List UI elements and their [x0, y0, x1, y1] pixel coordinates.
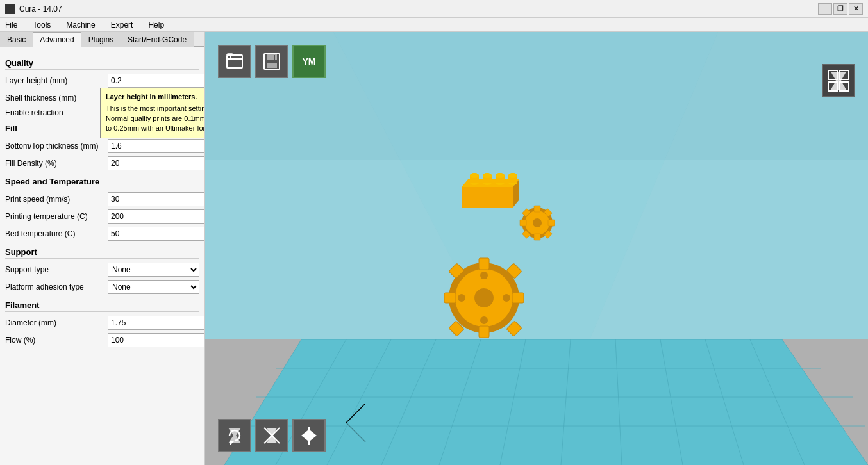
row-flow: Flow (%) [5, 333, 199, 347]
svg-rect-75 [267, 54, 277, 60]
row-diameter: Diameter (mm) [5, 316, 199, 330]
row-bottom-top-thickness: Bottom/Top thickness (mm) [5, 139, 199, 153]
tab-advanced[interactable]: Advanced [33, 32, 81, 47]
close-button[interactable]: ✕ [849, 3, 863, 15]
svg-point-69 [496, 173, 505, 178]
menu-expert[interactable]: Expert [108, 19, 136, 31]
label-enable-retraction: Enable retraction [5, 108, 108, 117]
row-support-type: Support type None Touching buildplate Ev… [5, 263, 199, 277]
tab-plugins[interactable]: Plugins [81, 32, 121, 47]
tab-basic[interactable]: Basic [0, 32, 33, 47]
section-quality-title: Quality [5, 58, 199, 70]
label-layer-height: Layer height (mm) [5, 76, 108, 85]
label-platform-adhesion: Platform adhesion type [5, 282, 108, 291]
svg-rect-31 [444, 293, 456, 303]
rotate-button[interactable] [218, 419, 251, 452]
titlebar: Cura - 14.07 — ❐ ✕ [0, 0, 868, 18]
row-fill-density: Fill Density (%) [5, 156, 199, 170]
svg-point-67 [470, 173, 479, 178]
svg-point-39 [458, 294, 465, 302]
svg-rect-44 [534, 206, 540, 212]
svg-point-68 [483, 173, 492, 178]
row-print-speed: Print speed (mm/s) [5, 192, 199, 206]
minimize-button[interactable]: — [818, 3, 832, 15]
bottom-toolbar [218, 419, 326, 452]
svg-point-40 [503, 294, 510, 302]
titlebar-left: Cura - 14.07 [5, 4, 62, 14]
label-print-speed: Print speed (mm/s) [5, 195, 108, 204]
gear-large [444, 258, 524, 338]
app-icon [5, 4, 15, 14]
svg-point-70 [508, 173, 517, 178]
label-support-type: Support type [5, 265, 108, 274]
input-diameter[interactable] [108, 316, 205, 330]
svg-rect-32 [512, 293, 524, 303]
row-platform-adhesion: Platform adhesion type None Brim Raft [5, 280, 199, 294]
svg-point-38 [480, 316, 488, 324]
input-bottom-top-thickness[interactable] [108, 139, 205, 153]
menu-file[interactable]: File [3, 19, 20, 31]
svg-rect-52 [462, 187, 513, 208]
row-layer-height: Layer height (mm) Layer height in millim… [5, 74, 199, 88]
menubar: File Tools Machine Expert Help [0, 18, 868, 32]
input-print-temp[interactable] [108, 209, 205, 224]
svg-point-28 [474, 288, 494, 307]
tooltip-layer-height: Layer height in millimeters. This is the… [100, 88, 205, 138]
form-content: Quality Layer height (mm) Layer height i… [0, 47, 204, 355]
label-flow: Flow (%) [5, 336, 108, 345]
svg-rect-76 [267, 63, 277, 68]
input-fill-density[interactable] [108, 156, 205, 170]
titlebar-title: Cura - 14.07 [19, 4, 62, 13]
select-support-type[interactable]: None Touching buildplate Everywhere [108, 263, 199, 277]
input-flow[interactable] [108, 333, 205, 347]
label-fill-density: Fill Density (%) [5, 159, 108, 168]
left-panel: Basic Advanced Plugins Start/End-GCode Q… [0, 32, 205, 465]
row-bed-temp: Bed temperature (C) [5, 227, 199, 241]
titlebar-controls: — ❐ ✕ [818, 3, 863, 15]
input-layer-height[interactable] [108, 74, 205, 88]
top-toolbar: YM [218, 45, 326, 78]
label-diameter: Diameter (mm) [5, 318, 108, 327]
svg-rect-29 [479, 258, 489, 270]
main-layout: Basic Advanced Plugins Start/End-GCode Q… [0, 32, 868, 465]
label-shell-thickness: Shell thickness (mm) [5, 94, 108, 102]
menu-machine[interactable]: Machine [63, 19, 97, 31]
svg-marker-90 [310, 430, 317, 441]
svg-point-37 [480, 272, 488, 279]
tooltip-title: Layer height in millimeters. [106, 92, 205, 102]
ym-button[interactable]: YM [292, 45, 326, 78]
gear-small [520, 206, 555, 240]
svg-rect-47 [548, 220, 555, 226]
load-file-button[interactable] [218, 45, 251, 78]
tab-start-end-gcode[interactable]: Start/End-GCode [121, 32, 194, 47]
section-filament-title: Filament [5, 300, 199, 312]
label-print-temp: Printing temperature (C) [5, 212, 108, 221]
row-print-temp: Printing temperature (C) [5, 209, 199, 224]
section-speed-temp-title: Speed and Temperature [5, 177, 199, 188]
maximize-button[interactable]: ❐ [833, 3, 847, 15]
tabs-bar: Basic Advanced Plugins Start/End-GCode [0, 32, 204, 47]
3d-scene [205, 32, 868, 465]
input-bed-temp[interactable] [108, 227, 205, 241]
view-mode-button[interactable] [822, 64, 855, 97]
label-bed-temp: Bed temperature (C) [5, 229, 108, 238]
lego-brick [462, 173, 519, 208]
svg-rect-46 [520, 220, 526, 226]
tooltip-body: This is the most important setting to de… [106, 104, 205, 133]
menu-help[interactable]: Help [146, 19, 167, 31]
menu-tools[interactable]: Tools [30, 19, 53, 31]
scale-button[interactable] [255, 419, 288, 452]
label-bottom-top-thickness: Bottom/Top thickness (mm) [5, 142, 108, 151]
svg-rect-45 [534, 234, 540, 240]
svg-marker-82 [831, 72, 846, 90]
input-print-speed[interactable] [108, 192, 205, 206]
svg-point-43 [533, 218, 542, 227]
svg-rect-73 [227, 55, 242, 68]
section-support-title: Support [5, 247, 199, 259]
save-button[interactable] [255, 45, 288, 78]
mirror-button[interactable] [292, 419, 326, 452]
select-platform-adhesion[interactable]: None Brim Raft [108, 280, 199, 294]
svg-rect-30 [479, 326, 489, 338]
svg-marker-89 [301, 430, 308, 441]
viewport[interactable]: YM [205, 32, 868, 465]
